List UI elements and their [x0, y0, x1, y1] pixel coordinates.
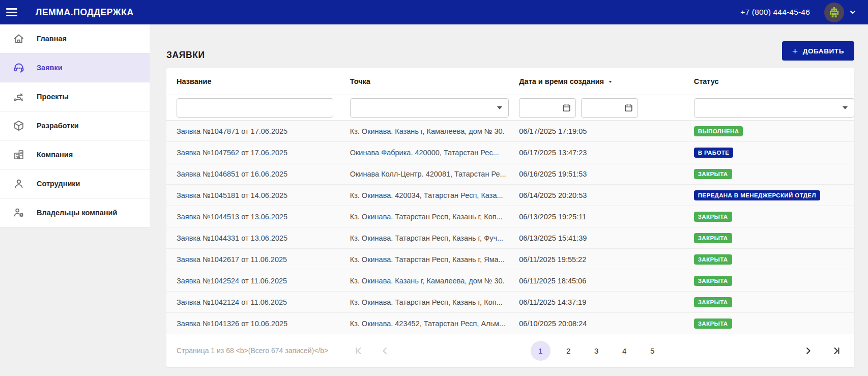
date-from-filter-input[interactable]	[519, 98, 576, 118]
request-point: Кз. Окинава. Татарстан Респ, Казань г, К…	[340, 298, 509, 306]
column-header-name[interactable]: Название	[166, 77, 340, 85]
status-badge: ЗАКРЫТА	[694, 212, 732, 222]
request-point: Кз. Окинава. 423452, Татарстан Респ, Аль…	[340, 320, 509, 328]
request-created: 06/10/2025 20:08:24	[509, 320, 683, 328]
sidebar-item-person[interactable]: Сотрудники	[0, 169, 150, 198]
table-row[interactable]: Заявка №1044513 от 13.06.2025 Кз. Окинав…	[166, 206, 854, 227]
table-row[interactable]: Заявка №1044331 от 13.06.2025 Кз. Окинав…	[166, 227, 854, 249]
sidebar-item-label: Владельцы компаний	[37, 209, 117, 217]
request-created: 06/11/2025 18:45:06	[509, 277, 683, 285]
request-created: 06/11/2025 14:37:19	[509, 298, 683, 306]
request-created: 06/14/2025 20:20:53	[509, 191, 683, 199]
page-summary: Страница 1 из 68 <b>(Всего 674 записей)<…	[177, 346, 328, 355]
app-title: ЛЕММА.ПОДДЕРЖКА	[36, 7, 134, 18]
sidebar-item-label: Компания	[37, 151, 73, 159]
request-created: 06/13/2025 19:25:11	[509, 213, 683, 221]
status-badge: ЗАКРЫТА	[694, 276, 732, 286]
avatar-robot-icon	[827, 6, 841, 19]
table-row[interactable]: Заявка №1047562 от 17.06.2025 Окинава Фа…	[166, 142, 854, 163]
sidebar-item-home[interactable]: Главная	[0, 24, 150, 53]
sidebar-item-route[interactable]: Проекты	[0, 82, 150, 111]
sidebar-item-label: Заявки	[37, 64, 63, 72]
status-badge: ЗАКРЫТА	[694, 254, 732, 265]
request-point: Кз. Окинава. Татарстан Респ, Казань г, К…	[340, 213, 509, 221]
sidebar-item-headset[interactable]: Заявки	[0, 53, 150, 82]
sidebar-item-cube[interactable]: Разработки	[0, 111, 150, 140]
request-name: Заявка №1042524 от 11.06.2025	[166, 277, 340, 285]
route-icon	[13, 91, 25, 103]
pagination-bar: Страница 1 из 68 <b>(Всего 674 записей)<…	[166, 334, 854, 367]
table-row[interactable]: Заявка №1041326 от 10.06.2025 Кз. Окинав…	[166, 313, 854, 334]
page-number-2[interactable]: 2	[559, 341, 578, 361]
request-created: 06/13/2025 15:41:39	[509, 234, 683, 242]
status-badge: ЗАКРЫТА	[694, 319, 732, 329]
sidebar-item-label: Проекты	[37, 93, 69, 101]
user-avatar[interactable]	[824, 3, 844, 22]
calendar-icon	[562, 103, 571, 112]
page-number-4[interactable]: 4	[615, 341, 634, 361]
column-header-status[interactable]: Статус	[684, 77, 854, 85]
account-menu-chevron-down-icon[interactable]	[849, 8, 857, 16]
status-filter-select[interactable]	[694, 98, 854, 118]
main-content: ЗАЯВКИ + ДОБАВИТЬ Название Точка Дата и …	[150, 24, 868, 376]
sort-desc-icon[interactable]	[607, 79, 613, 84]
calendar-icon	[624, 103, 633, 112]
table-row[interactable]: Заявка №1042124 от 11.06.2025 Кз. Окинав…	[166, 292, 854, 313]
table-row[interactable]: Заявка №1042524 от 11.06.2025 Кз. Окинав…	[166, 270, 854, 292]
table-body: Заявка №1047871 от 17.06.2025 Кз. Окинав…	[166, 121, 854, 334]
add-request-button[interactable]: + ДОБАВИТЬ	[782, 41, 854, 61]
request-point: Кз. Окинава. Татарстан Респ, Казань г, Я…	[340, 255, 509, 264]
request-created: 06/17/2025 17:19:05	[509, 127, 683, 135]
request-name: Заявка №1042617 от 11.06.2025	[166, 255, 340, 264]
requests-table-card: Название Точка Дата и время создания Ста…	[166, 68, 854, 367]
request-name: Заявка №1047562 от 17.06.2025	[166, 149, 340, 157]
name-filter-input[interactable]	[177, 98, 333, 118]
page-number-5[interactable]: 5	[643, 341, 662, 361]
hamburger-menu-icon[interactable]	[6, 6, 18, 18]
table-row[interactable]: Заявка №1045181 от 14.06.2025 Кз. Окинав…	[166, 185, 854, 206]
request-point: Кз. Окинава. Татарстан Респ, Казань г, Ф…	[340, 234, 509, 242]
table-filter-row	[166, 95, 854, 121]
request-name: Заявка №1047871 от 17.06.2025	[166, 127, 340, 135]
cube-icon	[13, 120, 25, 132]
request-point: Окинава Фабрика. 420000, Татарстан Рес..…	[340, 149, 509, 157]
support-phone: +7 (800) 444-45-46	[740, 8, 810, 17]
top-bar: ЛЕММА.ПОДДЕРЖКА +7 (800) 444-45-46	[0, 0, 868, 24]
table-row[interactable]: Заявка №1042617 от 11.06.2025 Кз. Окинав…	[166, 249, 854, 270]
request-point: Кз. Окинава. Казань г, Камалеева, дом № …	[340, 277, 509, 285]
request-point: Окинава Колл-Центр. 420081, Татарстан Ре…	[340, 170, 509, 178]
last-page-icon[interactable]	[830, 344, 843, 357]
select-caret-icon	[843, 106, 848, 109]
first-page-icon[interactable]	[352, 344, 365, 357]
status-badge: ВЫПОЛНЕНА	[694, 126, 743, 136]
next-page-icon[interactable]	[801, 344, 815, 357]
select-caret-icon	[497, 106, 502, 109]
page-number-1[interactable]: 1	[531, 341, 551, 361]
request-name: Заявка №1041326 от 10.06.2025	[166, 320, 340, 328]
table-row[interactable]: Заявка №1046851 от 16.06.2025 Окинава Ко…	[166, 163, 854, 185]
request-name: Заявка №1042124 от 11.06.2025	[166, 298, 340, 306]
column-header-point[interactable]: Точка	[340, 77, 509, 85]
headset-icon	[13, 62, 25, 74]
status-badge: ЗАКРЫТА	[694, 169, 732, 179]
building-icon	[13, 149, 25, 161]
add-button-label: ДОБАВИТЬ	[803, 47, 844, 55]
status-badge: ЗАКРЫТА	[694, 297, 732, 307]
table-row[interactable]: Заявка №1047871 от 17.06.2025 Кз. Окинав…	[166, 121, 854, 142]
status-badge: ПЕРЕДАНА В МЕНЕДЖЕРСКИЙ ОТДЕЛ	[694, 190, 820, 200]
column-header-created[interactable]: Дата и время создания	[509, 77, 683, 85]
status-badge: В РАБОТЕ	[694, 148, 734, 158]
request-name: Заявка №1044513 от 13.06.2025	[166, 213, 340, 221]
sidebar-list: Главная Заявки Проекты Разработки Компан…	[0, 24, 150, 227]
sidebar-item-person-gear[interactable]: Владельцы компаний	[0, 198, 150, 227]
person-gear-icon	[13, 207, 25, 219]
point-filter-select[interactable]	[350, 98, 509, 118]
request-point: Кз. Окинава. Казань г, Камалеева, дом № …	[340, 127, 509, 135]
request-created: 06/11/2025 19:55:22	[509, 255, 683, 264]
sidebar-item-building[interactable]: Компания	[0, 140, 150, 169]
home-icon	[13, 33, 25, 45]
date-to-filter-input[interactable]	[581, 98, 638, 118]
previous-page-icon[interactable]	[378, 344, 391, 357]
page-title: ЗАЯВКИ	[166, 50, 205, 61]
page-number-3[interactable]: 3	[587, 341, 606, 361]
